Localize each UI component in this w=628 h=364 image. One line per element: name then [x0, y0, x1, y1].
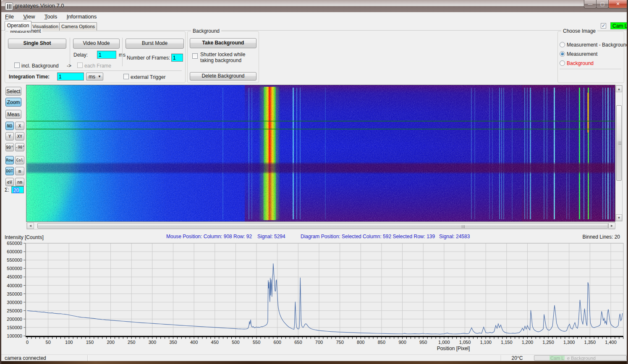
statusbar-divider — [87, 355, 88, 361]
toggle-dot-button[interactable]: DOT — [5, 167, 14, 175]
burst-mode-button[interactable]: Burst Mode — [126, 39, 184, 49]
toggle-ev-button[interactable]: eV — [5, 178, 14, 186]
integration-time-label: Integration Time: — [9, 74, 50, 80]
measurement-separator-2 — [122, 38, 123, 66]
toggle-no-button[interactable]: NO — [5, 122, 14, 130]
svg-text:150: 150 — [86, 340, 94, 345]
select-tool-button[interactable]: Select — [5, 87, 21, 96]
toggle-xy-button[interactable]: XY — [15, 132, 24, 140]
svg-text:800: 800 — [357, 340, 364, 345]
menu-file[interactable]: File — [1, 12, 18, 21]
delete-background-button[interactable]: Delete Background — [190, 72, 256, 81]
radio-background[interactable] — [560, 60, 565, 66]
zoom-tool-button[interactable]: Zoom — [5, 98, 21, 107]
image-vertical-scrollbar[interactable]: ▲ ▼ — [615, 85, 623, 221]
svg-text:1,400: 1,400 — [605, 340, 617, 345]
toggle-x-button[interactable]: X — [15, 122, 24, 130]
svg-text:1,050: 1,050 — [459, 340, 471, 345]
radio-measurement[interactable] — [560, 51, 565, 57]
svg-text:350: 350 — [169, 340, 177, 345]
svg-text:350000: 350000 — [7, 291, 22, 296]
measurement-hseparator — [7, 70, 182, 71]
scroll-down-icon[interactable]: ▼ — [616, 214, 622, 221]
toggle-col-button[interactable]: Col — [15, 156, 24, 164]
delay-input[interactable]: 1 — [97, 51, 116, 59]
svg-text:450000: 450000 — [7, 274, 22, 279]
chart-ylabel: Intensity [Counts] — [5, 234, 44, 240]
single-shot-button[interactable]: Single Shot — [8, 39, 66, 49]
window-title: greateyes Vision 7.0 — [15, 3, 64, 9]
toggle-90-button[interactable]: 90° — [5, 143, 14, 151]
svg-text:1,150: 1,150 — [501, 340, 513, 345]
horizontal-scroll-thumb[interactable] — [37, 223, 608, 229]
spectrum-chart[interactable]: 1000001500002000002500003000003500004000… — [1, 233, 628, 354]
measurement-separator-1 — [70, 38, 70, 66]
toggle-m-button[interactable]: m — [15, 167, 24, 175]
incl-background-label: incl. Background — [21, 63, 59, 69]
scroll-right-icon[interactable]: ► — [608, 223, 615, 229]
choose-image-group: Choose Image — [557, 31, 624, 83]
close-button[interactable]: ✕ — [608, 0, 628, 8]
external-trigger-checkbox[interactable] — [123, 74, 129, 79]
toggle-row-button[interactable]: Row — [5, 156, 14, 164]
menu-view[interactable]: View — [19, 12, 39, 21]
svg-text:600000: 600000 — [7, 249, 22, 254]
integration-unit-select[interactable]: ms▼ — [86, 73, 103, 81]
number-of-frames-input[interactable]: 1 — [171, 54, 183, 62]
svg-text:0: 0 — [26, 340, 29, 345]
cam-checkbox[interactable]: ✓ — [601, 23, 606, 29]
toggle-minus90-button[interactable]: -90° — [15, 143, 24, 151]
incl-background-checkbox[interactable] — [14, 62, 20, 68]
svg-text:900: 900 — [398, 340, 406, 345]
each-frame-checkbox[interactable] — [77, 62, 83, 68]
tab-operation[interactable]: Operation — [5, 21, 31, 31]
title-bar[interactable]: greateyes Vision 7.0 — ▢ ✕ — [1, 0, 628, 13]
vertical-scroll-thumb[interactable] — [616, 105, 622, 181]
ccd-image-viewport[interactable] — [26, 85, 615, 222]
menu-bar: File View Tools Informations — [1, 12, 628, 21]
binning-input[interactable]: 20 — [11, 186, 24, 193]
radio-measurement-minus-background[interactable] — [560, 42, 565, 47]
delay-label: Delay: — [73, 52, 88, 58]
radio-measurement-label: Measurement — [567, 51, 597, 57]
meas-tool-button[interactable]: Meas — [5, 110, 21, 119]
minimize-button[interactable]: — — [584, 0, 597, 8]
svg-text:250000: 250000 — [7, 308, 22, 313]
sigma-label: Σ: — [5, 187, 9, 193]
number-of-frames-label: Number of Frames: — [127, 55, 170, 61]
scroll-left-icon[interactable]: ◄ — [27, 223, 34, 229]
toggle-y-button[interactable]: Y — [5, 132, 14, 140]
tab-camera-options[interactable]: Camera Options — [59, 22, 97, 31]
integration-time-input[interactable]: 1 — [57, 73, 84, 81]
svg-text:300000: 300000 — [7, 300, 22, 305]
binned-lines-readout: Binned Lines: 20 — [583, 234, 620, 240]
menu-informations[interactable]: Informations — [63, 12, 101, 21]
scroll-up-icon[interactable]: ▲ — [616, 86, 622, 92]
svg-text:1,200: 1,200 — [522, 340, 534, 345]
status-bar: camera connected 20°C Cam L e Background — [1, 354, 628, 361]
svg-text:200000: 200000 — [7, 317, 22, 322]
scroll-grip-icon — [618, 142, 621, 145]
diagram-position-readout: Diagram Position: Selected Column: 592 S… — [301, 234, 435, 239]
maximize-button[interactable]: ▢ — [596, 0, 609, 8]
take-background-button[interactable]: Take Background — [190, 38, 256, 48]
ccd-image[interactable] — [26, 85, 615, 221]
radio-measurement-minus-background-label: Measurement - Background — [567, 42, 628, 48]
integration-unit-value: ms — [89, 74, 95, 80]
toggle-nm-button[interactable]: nm — [15, 178, 24, 186]
tab-strip: Operation Visualisation Camera Options — [1, 21, 628, 31]
svg-text:750: 750 — [336, 340, 343, 345]
menu-tools[interactable]: Tools — [41, 12, 61, 21]
svg-text:100000: 100000 — [7, 333, 22, 338]
choose-image-hseparator — [560, 69, 621, 69]
svg-text:50: 50 — [46, 340, 51, 345]
svg-text:550: 550 — [253, 340, 260, 345]
svg-text:200: 200 — [107, 340, 114, 345]
image-horizontal-scrollbar[interactable]: ◄ ► — [26, 222, 615, 229]
shutter-locked-checkbox[interactable] — [192, 53, 198, 59]
chevron-down-icon: ▼ — [98, 75, 101, 78]
svg-text:500000: 500000 — [7, 266, 22, 271]
svg-text:600: 600 — [274, 340, 281, 345]
scroll-grip-icon — [462, 225, 465, 228]
video-mode-button[interactable]: Video Mode — [73, 39, 120, 49]
